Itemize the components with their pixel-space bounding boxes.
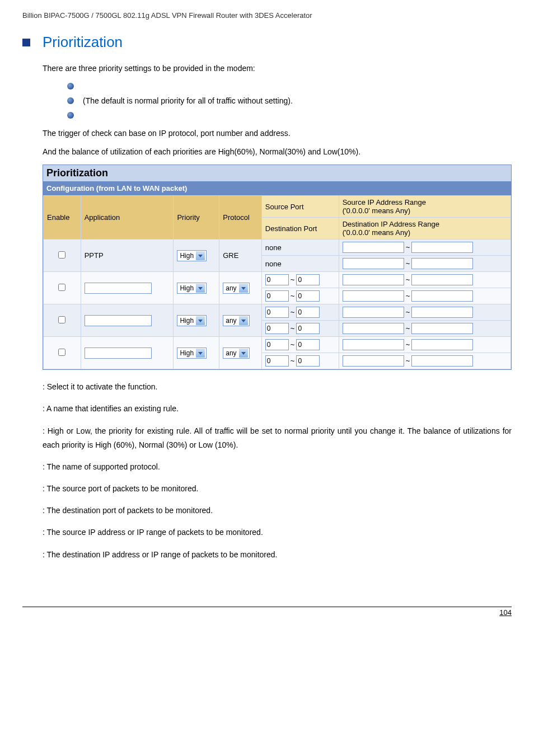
paragraph-balance: And the balance of utilization of each p… (43, 145, 512, 158)
svg-marker-2 (241, 287, 246, 290)
source-port-from-input[interactable] (265, 307, 289, 318)
table-row: PPTP High GRE none ~ (44, 240, 511, 256)
dest-ip-to-input[interactable] (411, 323, 473, 334)
source-ip-to-input[interactable] (411, 307, 473, 318)
section-title: Prioritization (43, 34, 123, 51)
source-ip-from-input[interactable] (343, 339, 404, 350)
def-source-port: : The source port of packets to be monit… (43, 482, 512, 496)
dest-port-to-input[interactable] (296, 323, 320, 334)
prioritization-panel: Prioritization Configuration (from LAN t… (43, 165, 512, 370)
col-source-ip: Source IP Address Range ('0.0.0.0' means… (339, 196, 510, 218)
tilde-separator: ~ (404, 275, 412, 284)
enable-checkbox[interactable] (58, 316, 65, 323)
priority-select[interactable]: High (177, 315, 207, 326)
panel-title: Prioritization (43, 165, 511, 181)
tilde-separator: ~ (289, 308, 297, 316)
tilde-separator: ~ (404, 356, 412, 365)
dest-port-from-input[interactable] (265, 323, 289, 334)
application-input[interactable] (85, 283, 152, 294)
def-protocol: : The name of supported protocol. (43, 460, 512, 474)
bullet-text: (The default is normal priority for all … (83, 96, 293, 105)
bullet-icon (67, 97, 74, 104)
bullet-high (67, 81, 512, 91)
dest-ip-to-input[interactable] (411, 290, 473, 302)
dest-ip-from-input[interactable] (343, 355, 404, 367)
tilde-separator: ~ (404, 308, 412, 316)
table-row: High any ~ ~ (44, 272, 511, 288)
bullet-icon (67, 83, 74, 90)
application-cell: PPTP (81, 240, 174, 272)
col-dest-ip: Destination IP Address Range ('0.0.0.0' … (339, 218, 510, 240)
intro-text: There are three priority settings to be … (43, 62, 512, 74)
priority-select[interactable]: High (177, 250, 207, 261)
def-dest-port: : The destination port of packets to be … (43, 504, 512, 518)
dest-port-to-input[interactable] (296, 290, 320, 302)
source-ip-from-input[interactable] (343, 274, 404, 285)
svg-marker-3 (198, 320, 203, 322)
panel-subtitle: Configuration (from LAN to WAN packet) (43, 181, 511, 195)
svg-marker-4 (241, 320, 246, 322)
chevron-down-icon (196, 284, 205, 293)
dest-ip-to-input[interactable] (411, 258, 473, 269)
source-port-to-input[interactable] (296, 339, 320, 350)
bullet-icon (67, 112, 74, 119)
enable-checkbox[interactable] (58, 284, 65, 291)
dest-ip-to-input[interactable] (411, 355, 473, 367)
def-dest-ip: : The destination IP address or IP range… (43, 548, 512, 562)
enable-checkbox[interactable] (58, 349, 65, 356)
source-port-from-input[interactable] (265, 339, 289, 350)
protocol-select[interactable]: any (223, 315, 249, 326)
tilde-separator: ~ (404, 243, 412, 251)
tilde-separator: ~ (404, 259, 412, 267)
dest-port-from-input[interactable] (265, 290, 289, 302)
protocol-select[interactable]: any (223, 283, 249, 294)
def-enable: : Select it to activate the function. (43, 380, 512, 394)
source-port-from-input[interactable] (265, 274, 289, 285)
application-input[interactable] (85, 315, 152, 326)
tilde-separator: ~ (289, 356, 297, 365)
tilde-separator: ~ (289, 292, 297, 300)
tilde-separator: ~ (289, 275, 297, 284)
dest-port-to-input[interactable] (296, 355, 320, 367)
dest-ip-from-input[interactable] (343, 323, 404, 334)
def-source-ip: : The source IP address or IP range of p… (43, 525, 512, 539)
protocol-select[interactable]: any (223, 348, 249, 359)
application-input[interactable] (85, 348, 152, 359)
col-enable: Enable (44, 196, 81, 240)
tilde-separator: ~ (289, 340, 297, 349)
table-row: High any ~ ~ (44, 304, 511, 321)
priority-levels-list: (The default is normal priority for all … (67, 81, 512, 120)
col-source-port: Source Port (261, 196, 339, 218)
def-priority: : High or Low, the priority for existing… (43, 424, 512, 452)
dest-ip-from-input[interactable] (343, 258, 404, 269)
source-ip-from-input[interactable] (343, 307, 404, 318)
chevron-down-icon (196, 316, 205, 325)
source-port-to-input[interactable] (296, 307, 320, 318)
col-application: Application (81, 196, 174, 240)
col-protocol: Protocol (219, 196, 262, 240)
source-ip-to-input[interactable] (411, 274, 473, 285)
dest-ip-from-input[interactable] (343, 290, 404, 302)
page-number: 104 (22, 607, 512, 617)
svg-marker-0 (198, 255, 203, 257)
source-ip-to-input[interactable] (411, 339, 473, 350)
chevron-down-icon (196, 349, 205, 358)
dest-port-from-input[interactable] (265, 355, 289, 367)
tilde-separator: ~ (289, 324, 297, 332)
source-port-to-input[interactable] (296, 274, 320, 285)
chevron-down-icon (239, 349, 248, 358)
priority-select[interactable]: High (177, 283, 207, 294)
bullet-normal: (The default is normal priority for all … (67, 96, 512, 106)
protocol-cell: GRE (219, 240, 262, 272)
source-ip-to-input[interactable] (411, 242, 473, 253)
enable-checkbox[interactable] (58, 251, 65, 259)
dest-port-cell: none (261, 256, 339, 272)
source-ip-from-input[interactable] (343, 242, 404, 253)
svg-marker-6 (241, 352, 246, 355)
chevron-down-icon (196, 251, 205, 260)
section-bullet-icon (22, 39, 30, 46)
tilde-separator: ~ (404, 324, 412, 332)
source-port-cell: none (261, 240, 339, 256)
tilde-separator: ~ (404, 292, 412, 300)
priority-select[interactable]: High (177, 348, 207, 359)
